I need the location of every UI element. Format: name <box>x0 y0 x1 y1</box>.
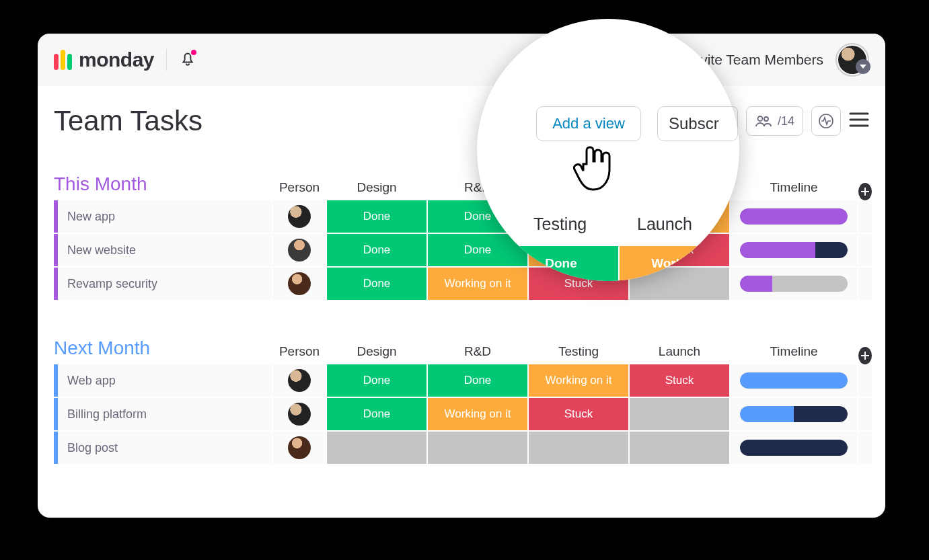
status-cell[interactable]: Stuck <box>630 364 729 397</box>
person-cell[interactable] <box>273 398 326 430</box>
person-cell[interactable] <box>273 200 326 233</box>
person-avatar <box>288 272 311 295</box>
chevron-down-icon <box>856 59 870 74</box>
invite-plus-icon: + <box>666 52 682 68</box>
status-cell[interactable]: Done <box>428 234 527 266</box>
subscribe-button[interactable]: Subscribe <box>646 106 738 136</box>
person-avatar <box>288 369 311 392</box>
status-cell[interactable] <box>630 268 729 300</box>
group-title[interactable]: Next Month <box>54 337 272 359</box>
timeline-cell[interactable] <box>731 398 857 430</box>
timeline-cell[interactable] <box>731 200 857 233</box>
task-name-cell[interactable]: Revamp security <box>54 268 272 300</box>
topbar: monday + Invite Team Members <box>38 34 885 86</box>
column-header: Launch <box>630 340 729 364</box>
status-cell[interactable]: Stuck <box>630 234 729 266</box>
column-header: Testing <box>529 176 628 200</box>
notification-dot-icon <box>190 48 198 56</box>
status-cell[interactable]: Working on it <box>529 364 628 397</box>
column-header: Timeline <box>731 176 857 200</box>
person-cell[interactable] <box>273 432 326 464</box>
add-column-button[interactable] <box>858 183 872 200</box>
notifications-button[interactable] <box>179 50 196 70</box>
people-icon <box>755 114 772 128</box>
column-header: Person <box>273 340 326 364</box>
status-cell[interactable]: Done <box>327 200 426 233</box>
status-cell[interactable]: Done <box>327 364 426 397</box>
person-avatar <box>288 205 311 228</box>
status-cell[interactable] <box>630 432 729 464</box>
status-cell[interactable]: Working on it <box>428 268 527 300</box>
brand-logo[interactable]: monday <box>54 48 154 71</box>
timeline-cell[interactable] <box>731 234 857 266</box>
add-view-button[interactable]: Add a view <box>541 106 639 136</box>
divider <box>166 49 167 71</box>
status-cell[interactable]: Done <box>327 268 426 300</box>
status-cell[interactable] <box>428 432 527 464</box>
task-name-cell[interactable]: Web app <box>54 364 272 397</box>
person-cell[interactable] <box>273 268 326 300</box>
board-content: Team Tasks Add a view Subscribe /14 This… <box>38 86 885 464</box>
task-name-cell[interactable]: Billing platform <box>54 398 272 430</box>
column-header: Launch <box>630 176 729 200</box>
logo-mark-icon <box>54 50 72 70</box>
status-cell[interactable]: Done <box>327 234 426 266</box>
user-menu[interactable] <box>835 43 869 77</box>
status-cell[interactable]: Done <box>428 364 527 397</box>
status-cell[interactable]: Working on it <box>529 234 628 266</box>
subscribers-button[interactable]: /14 <box>746 106 803 136</box>
task-name-cell[interactable]: New website <box>54 234 272 266</box>
column-header: Timeline <box>731 340 857 364</box>
status-cell[interactable]: Done <box>428 200 527 233</box>
status-cell[interactable]: Done <box>529 200 628 233</box>
person-avatar <box>288 403 311 426</box>
task-name-cell[interactable]: New app <box>54 200 272 233</box>
status-cell[interactable] <box>327 432 426 464</box>
timeline-cell[interactable] <box>731 432 857 464</box>
hamburger-icon <box>849 112 869 128</box>
status-cell[interactable]: Working on it <box>428 398 527 430</box>
add-column-button[interactable] <box>858 347 872 364</box>
column-header: R&D <box>428 176 527 200</box>
status-cell[interactable]: Stuck <box>529 268 628 300</box>
brand-name: monday <box>79 48 154 71</box>
column-header: Testing <box>529 340 628 364</box>
column-header: Design <box>327 176 426 200</box>
group-title[interactable]: This Month <box>54 173 272 195</box>
subscribers-count: /14 <box>778 114 794 128</box>
person-avatar <box>288 436 311 459</box>
person-avatar <box>288 239 311 262</box>
person-cell[interactable] <box>273 234 326 266</box>
timeline-cell[interactable] <box>731 268 857 300</box>
status-cell[interactable]: Stuck <box>529 398 628 430</box>
status-cell[interactable] <box>630 398 729 430</box>
app-window: monday + Invite Team Members Team Tasks … <box>38 34 885 518</box>
column-header: Design <box>327 340 426 364</box>
invite-label: Invite Team Members <box>689 52 823 68</box>
status-cell[interactable]: Done <box>327 398 426 430</box>
person-cell[interactable] <box>273 364 326 397</box>
status-cell[interactable]: Working on it <box>630 200 729 233</box>
invite-members-button[interactable]: + Invite Team Members <box>666 52 823 68</box>
page-title: Team Tasks <box>54 105 202 137</box>
menu-button[interactable] <box>849 112 869 130</box>
activity-icon <box>818 113 834 129</box>
timeline-cell[interactable] <box>731 364 857 397</box>
task-name-cell[interactable]: Blog post <box>54 432 272 464</box>
activity-button[interactable] <box>811 106 841 136</box>
column-header: Person <box>273 176 326 200</box>
status-cell[interactable] <box>529 432 628 464</box>
column-header: R&D <box>428 340 527 364</box>
